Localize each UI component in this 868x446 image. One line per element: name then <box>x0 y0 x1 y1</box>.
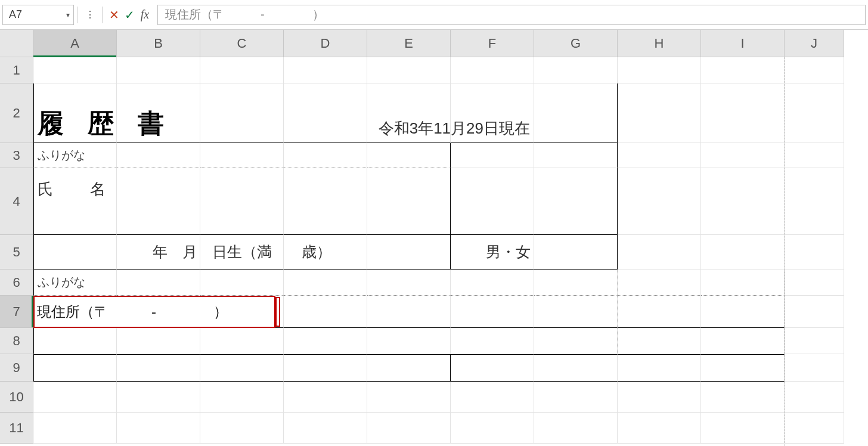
row-header-7[interactable]: 7 <box>0 296 33 328</box>
cell[interactable] <box>284 270 367 296</box>
cell[interactable] <box>618 354 701 382</box>
cell[interactable] <box>284 296 367 328</box>
cell[interactable] <box>785 413 844 444</box>
dots-icon[interactable]: ⋮ <box>82 9 98 20</box>
cell[interactable] <box>200 382 284 413</box>
cell[interactable] <box>33 328 117 354</box>
cell[interactable] <box>701 83 785 143</box>
cell[interactable] <box>33 382 117 413</box>
cell[interactable] <box>785 143 844 168</box>
cell[interactable] <box>701 270 785 296</box>
cell[interactable] <box>33 57 117 83</box>
cell[interactable] <box>117 143 200 168</box>
column-header-f[interactable]: F <box>451 30 534 57</box>
row-header-4[interactable]: 4 <box>0 168 33 235</box>
cell[interactable] <box>451 143 534 168</box>
cell[interactable] <box>367 354 451 382</box>
cell[interactable] <box>284 354 367 382</box>
cell[interactable] <box>367 57 451 83</box>
cell[interactable] <box>33 354 117 382</box>
fx-button[interactable]: fx <box>137 7 153 23</box>
row-header-10[interactable]: 10 <box>0 382 33 413</box>
cell[interactable] <box>284 143 367 168</box>
cancel-button[interactable]: ✕ <box>106 7 122 23</box>
column-header-a[interactable]: A <box>33 30 117 57</box>
cell[interactable] <box>534 413 618 444</box>
formula-input[interactable]: 現住所（〒 - ） <box>157 5 866 25</box>
cell[interactable] <box>200 413 284 444</box>
cell[interactable] <box>785 270 844 296</box>
column-header-c[interactable]: C <box>200 30 284 57</box>
cell[interactable] <box>618 413 701 444</box>
cell[interactable] <box>534 382 618 413</box>
cell[interactable] <box>618 382 701 413</box>
cell[interactable] <box>284 328 367 354</box>
cell[interactable] <box>451 57 534 83</box>
cell[interactable] <box>367 413 451 444</box>
cell[interactable] <box>117 382 200 413</box>
column-header-g[interactable]: G <box>534 30 618 57</box>
name-label-cell[interactable]: 氏 名 <box>33 168 117 235</box>
column-header-h[interactable]: H <box>618 30 701 57</box>
cell[interactable] <box>451 328 534 354</box>
column-header-b[interactable]: B <box>117 30 200 57</box>
column-header-d[interactable]: D <box>284 30 367 57</box>
cell[interactable] <box>534 83 618 143</box>
cell[interactable] <box>117 354 200 382</box>
cell[interactable] <box>451 413 534 444</box>
cell[interactable] <box>117 270 200 296</box>
row-header-5[interactable]: 5 <box>0 235 33 270</box>
name-box[interactable]: A7 ▾ <box>2 5 74 25</box>
cell[interactable] <box>701 57 785 83</box>
cell[interactable] <box>701 143 785 168</box>
cell[interactable] <box>534 57 618 83</box>
cell[interactable] <box>534 143 618 168</box>
title-cell[interactable]: 履 歴 書 <box>33 83 117 143</box>
cell[interactable] <box>451 296 534 328</box>
cell[interactable] <box>367 328 451 354</box>
cell[interactable] <box>451 270 534 296</box>
cell[interactable] <box>33 235 117 270</box>
cell[interactable] <box>701 328 785 354</box>
cell[interactable] <box>701 296 785 328</box>
cell[interactable] <box>534 168 618 235</box>
cell[interactable] <box>785 83 844 143</box>
furigana2-cell[interactable]: ふりがな <box>33 270 117 296</box>
cell[interactable] <box>117 328 200 354</box>
cell[interactable] <box>618 168 701 235</box>
cell[interactable] <box>534 354 618 382</box>
cell[interactable] <box>200 328 284 354</box>
cell[interactable] <box>618 143 701 168</box>
cell[interactable] <box>117 57 200 83</box>
cell[interactable] <box>534 235 618 270</box>
cell[interactable] <box>701 382 785 413</box>
cell[interactable] <box>534 296 618 328</box>
column-header-j[interactable]: J <box>785 30 844 57</box>
cell[interactable] <box>367 168 451 235</box>
row-header-1[interactable]: 1 <box>0 57 33 83</box>
furigana-cell[interactable]: ふりがな <box>33 143 117 168</box>
cell[interactable] <box>785 328 844 354</box>
cell[interactable] <box>785 57 844 83</box>
cell[interactable] <box>284 83 367 143</box>
cell[interactable] <box>117 168 200 235</box>
gender-cell[interactable]: 男・女 <box>451 235 534 270</box>
cell[interactable] <box>701 354 785 382</box>
cell[interactable] <box>284 382 367 413</box>
cell[interactable] <box>701 413 785 444</box>
cell[interactable] <box>785 382 844 413</box>
cell[interactable] <box>200 83 284 143</box>
cell[interactable] <box>284 168 367 235</box>
cell[interactable] <box>367 296 451 328</box>
cell[interactable] <box>33 413 117 444</box>
cell[interactable] <box>618 57 701 83</box>
row-header-3[interactable]: 3 <box>0 143 33 168</box>
cell[interactable] <box>367 382 451 413</box>
cell[interactable] <box>785 168 844 235</box>
column-header-i[interactable]: I <box>701 30 785 57</box>
cell[interactable] <box>451 382 534 413</box>
cell[interactable] <box>618 328 701 354</box>
cell[interactable] <box>618 83 701 143</box>
cell[interactable] <box>451 168 534 235</box>
cell[interactable] <box>200 168 284 235</box>
